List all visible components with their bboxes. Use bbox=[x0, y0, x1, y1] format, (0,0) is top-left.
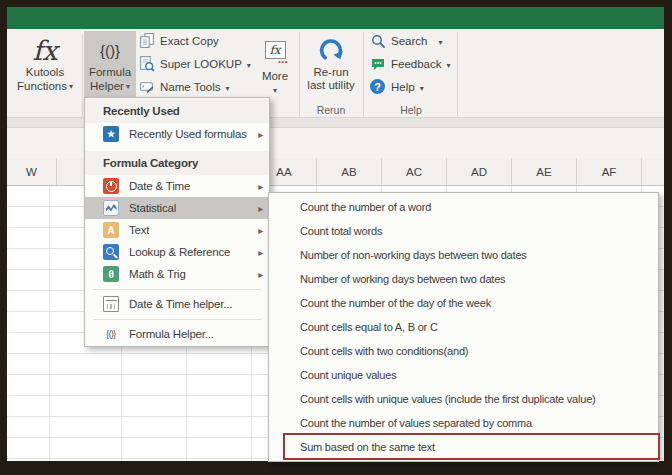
menu-item-label: Formula Category bbox=[103, 157, 198, 169]
dropdown-caret-icon bbox=[420, 81, 424, 93]
submenu-item[interactable]: Sum based on the same text bbox=[269, 435, 658, 459]
submenu-arrow-icon bbox=[258, 202, 263, 214]
dropdown-caret-icon bbox=[226, 81, 230, 93]
exact-copy-button[interactable]: Exact Copy bbox=[138, 30, 219, 51]
rerun-label-1: Re-run bbox=[313, 66, 348, 79]
submenu-item[interactable]: Count unique values bbox=[269, 363, 658, 387]
screenshot-frame: Kutools Functions Formula Helper Exact C… bbox=[0, 0, 672, 475]
menu-item-icon bbox=[103, 326, 119, 342]
submenu-item-label: Count the number of a word bbox=[300, 201, 431, 213]
search-label: Search bbox=[391, 35, 427, 47]
feedback-chat-icon bbox=[369, 55, 386, 72]
rerun-label-2: last utility bbox=[307, 79, 354, 92]
menu-entry[interactable]: Recently Used formulas bbox=[85, 123, 269, 145]
column-header[interactable]: AD bbox=[447, 158, 512, 185]
excel-window: Kutools Functions Formula Helper Exact C… bbox=[7, 7, 664, 461]
document-magnifier-icon bbox=[138, 55, 155, 72]
search-button[interactable]: Search bbox=[369, 30, 442, 51]
formula-helper-button[interactable]: Formula Helper bbox=[84, 31, 136, 104]
menu-entry[interactable]: Lookup & Reference bbox=[85, 241, 269, 263]
fx-icon bbox=[32, 34, 57, 66]
column-header[interactable]: AC bbox=[382, 158, 447, 185]
menu-entry[interactable] bbox=[85, 285, 269, 293]
menu-entry[interactable]: Formula Helper... bbox=[85, 323, 269, 345]
super-lookup-button[interactable]: Super LOOKUP bbox=[138, 53, 251, 74]
name-tag-pen-icon bbox=[138, 78, 155, 95]
submenu-item-label: Count total words bbox=[300, 225, 382, 237]
kutools-functions-label-2: Functions bbox=[17, 80, 67, 93]
submenu-item-label: Count cells equal to A, B or C bbox=[300, 321, 438, 333]
menu-item-icon bbox=[103, 266, 119, 282]
exact-copy-label: Exact Copy bbox=[160, 35, 219, 47]
submenu-item-label: Number of non-working days between two d… bbox=[300, 249, 527, 261]
name-tools-button[interactable]: Name Tools bbox=[138, 76, 230, 97]
submenu-item[interactable]: Count total words bbox=[269, 219, 658, 243]
submenu-item[interactable]: Count cells with two conditions(and) bbox=[269, 339, 658, 363]
submenu-item[interactable]: Count the number of the day of the week bbox=[269, 291, 658, 315]
dropdown-caret-icon bbox=[69, 79, 73, 93]
menu-entry[interactable]: Math & Trig bbox=[85, 263, 269, 285]
menu-entry[interactable]: Formula Category bbox=[85, 151, 269, 175]
help-button[interactable]: Help bbox=[369, 76, 424, 97]
copy-pages-icon bbox=[138, 32, 155, 49]
submenu-item[interactable]: Count the number of values separated by … bbox=[269, 411, 658, 435]
menu-entry[interactable]: Text bbox=[85, 219, 269, 241]
kutools-functions-label-1: Kutools bbox=[26, 66, 64, 79]
help-question-icon bbox=[369, 78, 386, 95]
submenu-item-label: Number of working days between two dates bbox=[300, 273, 505, 285]
statistical-submenu: Count the number of a word Count total w… bbox=[268, 192, 659, 462]
column-header[interactable]: W bbox=[7, 158, 57, 185]
more-button[interactable]: More bbox=[253, 31, 297, 103]
menu-item-icon bbox=[103, 178, 119, 194]
name-tools-label: Name Tools bbox=[160, 81, 221, 93]
menu-item-label: Recently Used formulas bbox=[129, 128, 247, 140]
menu-entry[interactable]: Date & Time bbox=[85, 175, 269, 197]
excel-titlebar bbox=[7, 7, 664, 29]
dropdown-caret-icon bbox=[447, 58, 451, 70]
submenu-item[interactable]: Number of working days between two dates bbox=[269, 267, 658, 291]
submenu-arrow-icon bbox=[258, 224, 263, 236]
submenu-item[interactable]: Count the number of a word bbox=[269, 195, 658, 219]
rerun-last-utility-button[interactable]: Re-run last utility bbox=[302, 31, 360, 103]
submenu-item-label: Count cells with unique values (include … bbox=[300, 393, 596, 405]
column-header-label: AE bbox=[536, 166, 551, 178]
help-label: Help bbox=[391, 81, 415, 93]
kutools-functions-button[interactable]: Kutools Functions bbox=[9, 31, 81, 103]
menu-item-label: Date & Time bbox=[129, 180, 190, 192]
curly-braces-icon bbox=[100, 34, 120, 66]
submenu-arrow-icon bbox=[258, 246, 263, 258]
column-header-label: AB bbox=[341, 166, 356, 178]
menu-item-icon bbox=[103, 222, 119, 238]
feedback-label: Feedback bbox=[391, 58, 442, 70]
menu-item-icon bbox=[103, 296, 119, 312]
menu-item-label: Math & Trig bbox=[129, 268, 186, 280]
ribbon-group-divider bbox=[82, 34, 83, 130]
search-icon bbox=[369, 32, 386, 49]
feedback-button[interactable]: Feedback bbox=[369, 53, 451, 74]
submenu-item[interactable]: Number of non-working days between two d… bbox=[269, 243, 658, 267]
column-header[interactable]: AB bbox=[317, 158, 382, 185]
dropdown-caret-icon bbox=[438, 35, 442, 47]
submenu-arrow-icon bbox=[258, 128, 263, 140]
menu-entry[interactable]: Recently Used bbox=[85, 99, 269, 123]
menu-item-label: Text bbox=[129, 224, 149, 236]
submenu-item-label: Sum based on the same text bbox=[300, 441, 435, 453]
submenu-item[interactable]: Count cells equal to A, B or C bbox=[269, 315, 658, 339]
ribbon-group-divider bbox=[457, 32, 458, 132]
menu-item-icon bbox=[103, 126, 119, 142]
column-header-label: AA bbox=[276, 166, 291, 178]
formula-helper-label-2: Helper bbox=[90, 80, 124, 93]
rerun-group-label: Rerun bbox=[302, 104, 360, 116]
redo-arrow-icon bbox=[318, 34, 345, 66]
formula-helper-label-1: Formula bbox=[89, 66, 131, 79]
dropdown-caret-icon bbox=[126, 79, 130, 93]
menu-item-label: Statistical bbox=[129, 202, 176, 214]
column-header[interactable]: AF bbox=[577, 158, 642, 185]
menu-item-icon bbox=[103, 200, 119, 216]
submenu-item-label: Count cells with two conditions(and) bbox=[300, 345, 468, 357]
menu-entry[interactable] bbox=[85, 315, 269, 323]
column-header[interactable]: AE bbox=[512, 158, 577, 185]
menu-entry[interactable]: Date & Time helper... bbox=[85, 293, 269, 315]
submenu-item[interactable]: Count cells with unique values (include … bbox=[269, 387, 658, 411]
menu-entry[interactable]: Statistical bbox=[85, 197, 269, 219]
